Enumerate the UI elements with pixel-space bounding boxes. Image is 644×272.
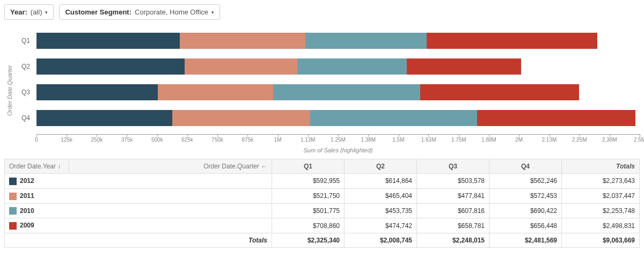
bar-segment[interactable] <box>158 84 273 100</box>
x-axis-tick: 375k <box>121 135 133 143</box>
bar-track[interactable] <box>36 33 640 49</box>
year-cell[interactable]: 2009 <box>5 218 272 233</box>
x-axis-tick: 2M <box>515 135 523 143</box>
data-cell[interactable]: $656,448 <box>489 218 562 233</box>
bar-row: Q3 <box>15 79 640 105</box>
legend-swatch <box>9 222 17 230</box>
data-cell[interactable]: $2,498,831 <box>562 218 640 233</box>
x-axis-tick: 500k <box>151 135 163 143</box>
bar-segment[interactable] <box>420 84 579 100</box>
totals-cell: $2,481,569 <box>489 233 562 248</box>
year-label: 2009 <box>20 222 34 229</box>
data-cell[interactable]: $592,955 <box>272 174 345 189</box>
year-filter[interactable]: Year: (all) ▾ <box>4 4 54 20</box>
legend-swatch <box>9 178 17 185</box>
data-table: Order Date.Year ↓ Order Date.Quarter ← Q… <box>4 159 640 248</box>
totals-cell: $9,063,669 <box>562 233 640 248</box>
x-axis-tick: 250k <box>91 135 103 143</box>
year-label: 2010 <box>20 207 34 215</box>
year-cell[interactable]: 2012 <box>5 174 272 189</box>
legend-swatch <box>9 193 17 200</box>
chevron-down-icon: ▾ <box>45 10 48 15</box>
bar-segment[interactable] <box>310 110 477 126</box>
data-cell[interactable]: $453,735 <box>345 203 417 218</box>
col-header-year[interactable]: Order Date.Year ↓ <box>5 159 69 174</box>
table-row: 2010$501,775$453,735$607,816$690,422$2,2… <box>5 203 640 218</box>
col-header-q3[interactable]: Q3 <box>417 159 489 174</box>
totals-cell: $2,248,015 <box>417 233 489 248</box>
year-cell[interactable]: 2010 <box>5 203 272 218</box>
x-axis-tick: 1.75M <box>451 135 466 143</box>
x-axis-tick: 1.25M <box>331 135 346 143</box>
col-header-quarter[interactable]: Order Date.Quarter ← <box>69 159 272 174</box>
bar-segment[interactable] <box>180 33 306 49</box>
data-cell[interactable]: $572,453 <box>489 188 562 203</box>
legend-swatch <box>9 207 17 215</box>
x-axis: 0125k250k375k500k625k750k875k1M1.13M1.25… <box>36 134 640 145</box>
x-axis-tick: 2.38M <box>602 135 617 143</box>
bar-row: Q1 <box>15 28 640 54</box>
x-axis-tick: 625k <box>181 135 193 143</box>
data-cell[interactable]: $2,037,447 <box>562 188 640 203</box>
table-row: 2009$708,860$474,742$658,781$656,448$2,4… <box>5 218 640 233</box>
x-axis-tick: 1.63M <box>421 135 436 143</box>
x-axis-tick: 875k <box>242 135 254 143</box>
data-cell[interactable]: $2,253,748 <box>562 203 640 218</box>
x-axis-tick: 1.13M <box>301 135 316 143</box>
table-row: 2012$592,955$614,864$503,578$562,246$2,2… <box>5 174 640 189</box>
x-axis-tick: 1M <box>274 135 282 143</box>
bar-row: Q4 <box>15 105 640 131</box>
col-header-totals[interactable]: Totals <box>562 159 640 174</box>
bar-track[interactable] <box>36 58 640 75</box>
bar-category-label: Q2 <box>15 63 36 70</box>
data-cell[interactable]: $474,742 <box>345 218 417 233</box>
data-cell[interactable]: $503,578 <box>417 174 489 189</box>
x-axis-tick: 2.5M <box>634 135 644 143</box>
col-header-q4[interactable]: Q4 <box>489 159 562 174</box>
data-cell[interactable]: $708,860 <box>272 218 345 233</box>
data-cell[interactable]: $690,422 <box>489 203 562 218</box>
bar-segment[interactable] <box>36 33 180 49</box>
data-cell[interactable]: $465,404 <box>345 188 417 203</box>
data-cell[interactable]: $501,775 <box>272 203 345 218</box>
segment-filter-value: Corporate, Home Office <box>135 8 208 16</box>
year-label: 2011 <box>20 192 34 200</box>
data-cell[interactable]: $658,781 <box>417 218 489 233</box>
data-cell[interactable]: $607,816 <box>417 203 489 218</box>
x-axis-tick: 2.13M <box>541 135 557 143</box>
bar-segment[interactable] <box>407 58 521 75</box>
data-cell[interactable]: $562,246 <box>489 174 562 189</box>
year-filter-label: Year: <box>10 8 27 16</box>
totals-cell: $2,008,745 <box>345 233 417 248</box>
segment-filter[interactable]: Customer Segment: Corporate, Home Office… <box>59 4 220 20</box>
bar-segment[interactable] <box>273 84 420 100</box>
x-axis-tick: 2.25M <box>572 135 587 143</box>
totals-row: Totals$2,325,340$2,008,745$2,248,015$2,4… <box>5 233 640 248</box>
bar-segment[interactable] <box>36 84 158 100</box>
bar-segment[interactable] <box>36 58 185 75</box>
data-cell[interactable]: $614,864 <box>345 174 417 189</box>
year-label: 2012 <box>20 177 34 185</box>
year-cell[interactable]: 2011 <box>5 188 272 203</box>
chevron-down-icon: ▾ <box>211 10 214 15</box>
data-cell[interactable]: $521,750 <box>272 188 345 203</box>
bar-segment[interactable] <box>305 33 427 49</box>
bar-category-label: Q1 <box>15 37 36 45</box>
bar-segment[interactable] <box>477 110 635 126</box>
bar-track[interactable] <box>36 110 640 126</box>
bar-category-label: Q4 <box>15 114 36 122</box>
data-cell[interactable]: $477,841 <box>417 188 489 203</box>
bar-segment[interactable] <box>36 110 172 126</box>
bar-segment[interactable] <box>427 33 598 49</box>
x-axis-tick: 1.5M <box>392 135 404 143</box>
totals-label: Totals <box>5 233 272 248</box>
bar-segment[interactable] <box>185 58 297 75</box>
col-header-q2[interactable]: Q2 <box>345 159 417 174</box>
bar-segment[interactable] <box>172 110 310 126</box>
col-header-q1[interactable]: Q1 <box>272 159 345 174</box>
bar-segment[interactable] <box>297 58 407 75</box>
data-cell[interactable]: $2,273,643 <box>562 174 640 189</box>
y-axis-title: Order Date.Quarter <box>4 28 15 153</box>
bar-track[interactable] <box>36 84 640 100</box>
x-axis-tick: 1.38M <box>361 135 376 143</box>
